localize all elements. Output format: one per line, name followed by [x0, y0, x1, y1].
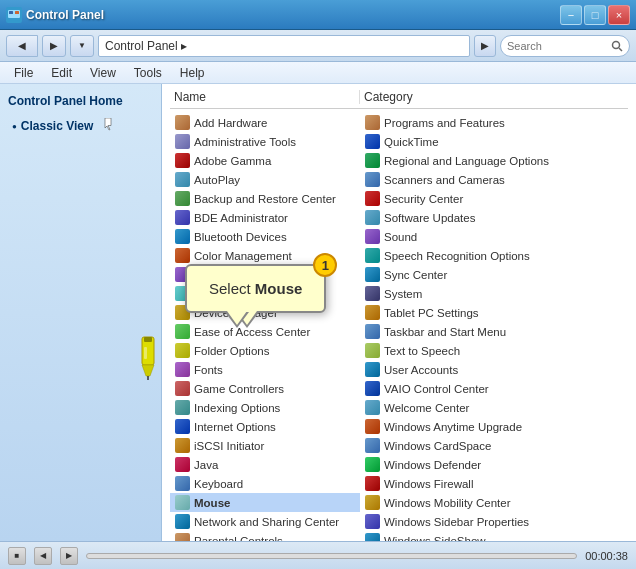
item-label: Administrative Tools: [194, 136, 296, 148]
list-item[interactable]: iSCSI Initiator: [170, 436, 360, 455]
list-item[interactable]: AutoPlay: [170, 170, 360, 189]
list-item[interactable]: Windows CardSpace: [360, 436, 628, 455]
panel-icon: [175, 400, 190, 415]
list-item[interactable]: Regional and Language Options: [360, 151, 628, 170]
list-item[interactable]: Windows Defender: [360, 455, 628, 474]
list-item[interactable]: Indexing Options: [170, 398, 360, 417]
sidebar-title: Control Panel Home: [8, 94, 153, 108]
search-input[interactable]: [507, 40, 607, 52]
list-item[interactable]: Windows Mobility Center: [360, 493, 628, 512]
list-item[interactable]: Ease of Access Center: [170, 322, 360, 341]
item-icon: [174, 400, 190, 416]
item-label: Text to Speech: [384, 345, 460, 357]
panel-icon: [365, 115, 380, 130]
list-item[interactable]: Software Updates: [360, 208, 628, 227]
list-item[interactable]: Text to Speech: [360, 341, 628, 360]
list-item[interactable]: Java: [170, 455, 360, 474]
list-item[interactable]: Network and Sharing Center: [170, 512, 360, 531]
list-item[interactable]: Taskbar and Start Menu: [360, 322, 628, 341]
cursor-overlay: [130, 332, 170, 385]
menu-help[interactable]: Help: [172, 64, 213, 82]
item-label: Programs and Features: [384, 117, 505, 129]
watermark: www.BaiBao.net: [553, 524, 626, 535]
refresh-button[interactable]: ▶: [474, 35, 496, 57]
item-label: Java: [194, 459, 218, 471]
item-label: Windows Sidebar Properties: [384, 516, 529, 528]
item-label: Sync Center: [384, 269, 447, 281]
minimize-button[interactable]: −: [560, 5, 582, 25]
item-icon: [174, 324, 190, 340]
panel-icon: [365, 286, 380, 301]
list-item[interactable]: Bluetooth Devices: [170, 227, 360, 246]
up-button[interactable]: ▼: [70, 35, 94, 57]
menu-tools[interactable]: Tools: [126, 64, 170, 82]
item-icon: [174, 381, 190, 397]
list-item[interactable]: Add Hardware: [170, 113, 360, 132]
list-item[interactable]: User Accounts: [360, 360, 628, 379]
search-box[interactable]: [500, 35, 630, 57]
menu-view[interactable]: View: [82, 64, 124, 82]
stop-button[interactable]: ■: [8, 547, 26, 565]
breadcrumb-text: Control Panel ▸: [105, 39, 187, 53]
list-item[interactable]: Fonts: [170, 360, 360, 379]
play-button[interactable]: ▶: [60, 547, 78, 565]
item-label: Folder Options: [194, 345, 269, 357]
list-item[interactable]: Folder Options: [170, 341, 360, 360]
menu-file[interactable]: File: [6, 64, 41, 82]
panel-icon: [175, 210, 190, 225]
item-icon: [364, 115, 380, 131]
list-item[interactable]: Adobe Gamma: [170, 151, 360, 170]
item-label: Bluetooth Devices: [194, 231, 287, 243]
list-item[interactable]: Internet Options: [170, 417, 360, 436]
back-button[interactable]: ◀: [6, 35, 38, 57]
col-category[interactable]: Category: [360, 90, 628, 104]
panel-icon: [175, 115, 190, 130]
list-item[interactable]: Keyboard: [170, 474, 360, 493]
list-item[interactable]: Game Controllers: [170, 379, 360, 398]
item-label: Indexing Options: [194, 402, 280, 414]
list-item[interactable]: QuickTime: [360, 132, 628, 151]
breadcrumb: Control Panel ▸: [98, 35, 470, 57]
col-name[interactable]: Name: [170, 90, 360, 104]
item-icon: [174, 115, 190, 131]
list-item[interactable]: Mouse: [170, 493, 360, 512]
list-item[interactable]: Windows Firewall: [360, 474, 628, 493]
list-item[interactable]: Speech Recognition Options: [360, 246, 628, 265]
prev-button[interactable]: ◀: [34, 547, 52, 565]
list-item[interactable]: Tablet PC Settings: [360, 303, 628, 322]
maximize-button[interactable]: □: [584, 5, 606, 25]
item-label: Windows Mobility Center: [384, 497, 511, 509]
list-item[interactable]: System: [360, 284, 628, 303]
sidebar-item-classic[interactable]: ● Classic View: [8, 116, 153, 136]
svg-rect-7: [144, 337, 152, 342]
callout-text: Select: [209, 280, 255, 297]
list-item[interactable]: Administrative Tools: [170, 132, 360, 151]
list-item[interactable]: Sound: [360, 227, 628, 246]
item-label: Internet Options: [194, 421, 276, 433]
list-item[interactable]: Windows Anytime Upgrade: [360, 417, 628, 436]
panel-icon: [365, 324, 380, 339]
panel-icon: [365, 210, 380, 225]
forward-button[interactable]: ▶: [42, 35, 66, 57]
list-item[interactable]: VAIO Control Center: [360, 379, 628, 398]
item-label: Regional and Language Options: [384, 155, 549, 167]
item-label: Software Updates: [384, 212, 475, 224]
list-item[interactable]: Backup and Restore Center: [170, 189, 360, 208]
item-label: Tablet PC Settings: [384, 307, 479, 319]
panel-icon: [365, 381, 380, 396]
list-item[interactable]: Parental Controls: [170, 531, 360, 541]
close-button[interactable]: ×: [608, 5, 630, 25]
list-item[interactable]: Security Center: [360, 189, 628, 208]
item-label: Fonts: [194, 364, 223, 376]
item-label: Windows SideShow: [384, 535, 486, 542]
progress-bar[interactable]: [86, 553, 577, 559]
item-label: User Accounts: [384, 364, 458, 376]
list-item[interactable]: Sync Center: [360, 265, 628, 284]
list-item[interactable]: Programs and Features: [360, 113, 628, 132]
list-item[interactable]: Scanners and Cameras: [360, 170, 628, 189]
list-item[interactable]: BDE Administrator: [170, 208, 360, 227]
list-item[interactable]: Welcome Center: [360, 398, 628, 417]
menu-edit[interactable]: Edit: [43, 64, 80, 82]
panel-icon: [365, 172, 380, 187]
column-headers: Name Category: [170, 88, 628, 109]
